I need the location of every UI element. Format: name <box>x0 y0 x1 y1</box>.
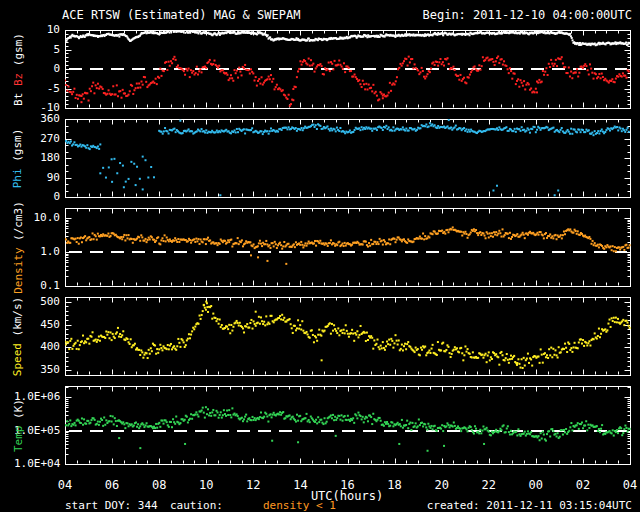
panel-speed-canvas <box>65 297 631 376</box>
axis-title-phi: Phi (gsm) <box>0 119 36 197</box>
x-tick-label: 10 <box>199 478 213 492</box>
created-timestamp: created: 2011-12-11 03:15:04UTC <box>427 499 632 512</box>
panel-density-canvas <box>65 208 631 287</box>
x-tick-label: 18 <box>387 478 401 492</box>
x-tick-label: 02 <box>576 478 590 492</box>
axis-title-part: (km/s) <box>12 296 25 342</box>
x-tick-label: 04 <box>623 478 637 492</box>
axis-title-part: Density <box>12 247 25 293</box>
plot-title: ACE RTSW (Estimated) MAG & SWEPAM <box>62 8 300 22</box>
x-tick-label: 00 <box>529 478 543 492</box>
x-tick-label: 12 <box>246 478 260 492</box>
ace-rtsw-screenshot: { "header": { "title": "ACE RTSW (Estima… <box>0 0 640 512</box>
ace-rtsw-plot: ACE RTSW (Estimated) MAG & SWEPAM Begin:… <box>0 0 640 512</box>
axis-title-part: (gsm) <box>12 33 25 73</box>
panel-mag-canvas <box>65 30 631 109</box>
axis-title-part: Temp <box>12 425 25 452</box>
axis-title-part: Speed <box>12 343 25 376</box>
axis-title-part: (gsm) <box>12 128 25 168</box>
axis-title-part: Bz <box>12 72 25 92</box>
axis-title-part: Bt <box>12 92 25 105</box>
x-tick-label: 22 <box>482 478 496 492</box>
panel-temp-canvas <box>65 386 631 465</box>
x-tick-label: 04 <box>58 478 72 492</box>
x-tick-label: 14 <box>293 478 307 492</box>
axis-title-speed: Speed (km/s) <box>0 297 36 375</box>
axis-title-temp: Temp (K) <box>0 386 36 464</box>
axis-title-part: Phi <box>12 168 25 188</box>
axis-title-density: Density (/cm3) <box>0 208 36 286</box>
caution-value: density < 1 <box>263 499 336 512</box>
x-tick-label: 08 <box>152 478 166 492</box>
x-tick-label: 20 <box>434 478 448 492</box>
begin-timestamp: Begin: 2011-12-10 04:00:00UTC <box>422 8 632 22</box>
caution-label: caution: <box>170 499 223 512</box>
panel-phi-canvas <box>65 119 631 198</box>
start-doy-label: start DOY: 344 <box>65 499 158 512</box>
axis-title-part: (K) <box>12 399 25 426</box>
axis-title-part: (/cm3) <box>12 201 25 247</box>
x-tick-label: 06 <box>105 478 119 492</box>
axis-title-mag: Bt Bz (gsm) <box>0 30 36 108</box>
